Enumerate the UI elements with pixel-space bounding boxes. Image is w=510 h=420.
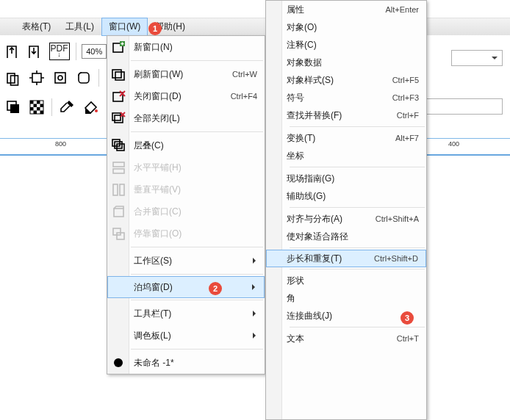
menu-separator <box>131 349 263 350</box>
export-pdf-button[interactable]: PDF ↓ <box>49 43 70 60</box>
zoom-level-field[interactable]: 40% <box>82 44 107 59</box>
toolbar-separator <box>98 69 99 87</box>
svg-rect-12 <box>40 104 44 108</box>
submenu-item-properties[interactable]: 属性 Alt+Enter <box>266 1 426 18</box>
cascade-icon <box>110 137 126 153</box>
menu-item-dockers[interactable]: 泊坞窗(D) <box>107 276 265 298</box>
active-document-dot-icon <box>114 358 123 367</box>
submenu-item-text[interactable]: 文本 Ctrl+T <box>266 330 426 347</box>
menu-separator <box>131 131 263 132</box>
menu-separator <box>290 327 425 327</box>
dropdown-fragment[interactable] <box>451 50 503 66</box>
svg-rect-13 <box>30 107 34 111</box>
submenu-item-comments[interactable]: 注释(C) <box>266 36 426 54</box>
submenu-item-step-repeat[interactable]: 步长和重复(T) Ctrl+Shift+D <box>266 250 426 267</box>
export-up-icon[interactable] <box>4 43 21 60</box>
svg-rect-32 <box>114 209 123 217</box>
svg-point-4 <box>58 76 62 80</box>
menu-item-float-window: 停靠窗口(O) <box>107 222 265 245</box>
svg-rect-3 <box>55 73 65 83</box>
svg-rect-10 <box>37 101 40 104</box>
inset-icon[interactable] <box>51 69 69 87</box>
submenu-item-objects[interactable]: 对象(O) <box>266 18 426 36</box>
menu-separator <box>131 60 263 61</box>
import-up-icon[interactable] <box>26 43 43 60</box>
page-group-icon[interactable] <box>4 69 22 87</box>
menu-item-palettes[interactable]: 调色板(L) <box>107 325 265 347</box>
close-all-icon <box>110 110 126 126</box>
submenu-arrow-icon <box>253 311 259 316</box>
svg-rect-9 <box>30 101 34 104</box>
menu-item-cascade[interactable]: 层叠(C) <box>107 134 265 156</box>
menu-separator <box>290 269 425 269</box>
submenu-item-guidelines[interactable]: 辅助线(G) <box>266 187 426 205</box>
submenu-item-align-distribute[interactable]: 对齐与分布(A) Ctrl+Shift+A <box>266 210 426 228</box>
menu-item-toolbars[interactable]: 工具栏(T) <box>107 303 265 325</box>
menu-tools[interactable]: 工具(L) <box>58 18 101 36</box>
close-window-icon <box>110 88 126 104</box>
submenu-item-fit-path[interactable]: 使对象适合路径 <box>266 228 426 245</box>
shortcut-label: Ctrl+Shift+D <box>374 254 418 263</box>
menu-item-document-1[interactable]: 未命名 -1* <box>107 352 265 374</box>
toolbar-row-1: PDF ↓ 40% <box>0 38 107 65</box>
menu-separator <box>131 247 263 247</box>
svg-rect-25 <box>112 140 120 146</box>
svg-rect-16 <box>40 111 44 115</box>
shortcut-label: Ctrl+F4 <box>231 92 257 101</box>
menu-item-workspace[interactable]: 工作区(S) <box>107 250 265 272</box>
menu-item-close-window[interactable]: 关闭窗口(D) Ctrl+F4 <box>107 85 265 107</box>
submenu-item-corners[interactable]: 角 <box>266 289 426 307</box>
right-panel-fragment <box>422 38 510 104</box>
menu-separator <box>290 207 425 208</box>
pdf-arrow: ↓ <box>57 51 61 57</box>
shortcut-label: Ctrl+F5 <box>392 76 419 84</box>
svg-rect-7 <box>10 104 19 113</box>
svg-point-17 <box>95 109 98 112</box>
menu-item-close-all[interactable]: 全部关闭(L) <box>107 107 265 129</box>
svg-rect-11 <box>34 104 37 108</box>
checker-icon[interactable] <box>28 98 46 116</box>
ruler-tick: 800 <box>55 140 66 148</box>
menu-separator <box>290 247 425 248</box>
svg-rect-20 <box>112 70 121 78</box>
rounded-rect-icon[interactable] <box>75 69 93 87</box>
submenu-item-object-data[interactable]: 对象数据 <box>266 54 426 71</box>
toolbar-separator <box>51 98 52 116</box>
toolbar-row-2 <box>0 65 107 91</box>
annotation-badge-2: 2 <box>209 282 222 295</box>
refresh-window-icon <box>110 66 126 82</box>
menu-separator <box>290 126 425 127</box>
submenu-item-shape[interactable]: 形状 <box>266 272 426 289</box>
svg-rect-28 <box>113 162 124 167</box>
shortcut-label: Alt+F7 <box>395 134 419 142</box>
submenu-item-transformations[interactable]: 变换(T) Alt+F7 <box>266 129 426 147</box>
tile-horizontal-icon <box>110 159 126 175</box>
menu-item-new-window[interactable]: 新窗口(N) <box>107 36 265 58</box>
window-menu: 新窗口(N) 刷新窗口(W) Ctrl+W 关闭窗口(D) Ctrl+F4 全部… <box>107 35 265 374</box>
submenu-item-object-styles[interactable]: 对象样式(S) Ctrl+F5 <box>266 71 426 89</box>
menu-item-refresh-window[interactable]: 刷新窗口(W) Ctrl+W <box>107 63 265 85</box>
svg-rect-30 <box>113 184 118 195</box>
stack-icon[interactable] <box>4 98 22 116</box>
input-fragment[interactable] <box>422 98 503 115</box>
shortcut-label: Ctrl+W <box>232 70 257 79</box>
menu-separator <box>290 167 425 167</box>
ruler-tick: 400 <box>448 140 459 148</box>
crop-extend-icon[interactable] <box>28 69 46 87</box>
submenu-item-find-replace[interactable]: 查找并替换(F) Ctrl+F <box>266 106 426 124</box>
submenu-item-coordinates[interactable]: 坐标 <box>266 147 426 164</box>
eyedropper-icon[interactable] <box>58 98 76 116</box>
toolbar-separator <box>76 43 76 60</box>
submenu-item-live-guides[interactable]: 现场指南(G) <box>266 170 426 187</box>
svg-rect-29 <box>113 169 124 173</box>
paint-bucket-icon[interactable] <box>82 98 99 116</box>
menu-window[interactable]: 窗口(W) <box>101 18 148 36</box>
menu-item-tile-vertical: 垂直平铺(V) <box>107 178 265 200</box>
menu-table[interactable]: 表格(T) <box>15 18 58 36</box>
shortcut-label: Ctrl+F <box>397 111 419 120</box>
submenu-arrow-icon <box>252 284 258 290</box>
submenu-item-symbols[interactable]: 符号 Ctrl+F3 <box>266 89 426 106</box>
tile-vertical-icon <box>110 181 126 198</box>
dockers-submenu: 属性 Alt+Enter 对象(O) 注释(C) 对象数据 对象样式(S) Ct… <box>265 0 427 420</box>
svg-rect-5 <box>79 73 89 83</box>
